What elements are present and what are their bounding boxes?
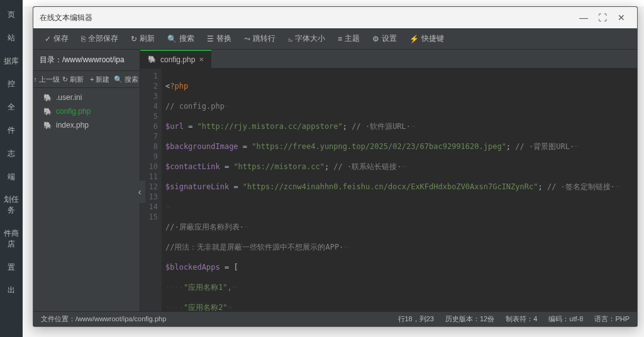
up-button[interactable]: ↑ 上一级 [33, 75, 60, 84]
nav-item[interactable]: 置 [0, 256, 23, 279]
php-file-icon: 🐘 [148, 55, 157, 64]
collapse-sidebar-icon[interactable]: ‹ [134, 180, 145, 203]
code-editor[interactable]: 123456789101112131415 <?php // config.ph… [140, 69, 637, 311]
status-rowcol: 行18，列23 [398, 314, 434, 324]
replace-button[interactable]: ☰替换 [201, 33, 238, 44]
nav-item[interactable]: 件 [0, 119, 23, 142]
theme-icon: ≡ [338, 35, 342, 43]
file-item[interactable]: 🐘config.php [33, 104, 140, 118]
titlebar: 在线文本编辑器 — ⛶ ✕ [33, 7, 637, 28]
lightning-icon: ⚡ [409, 35, 419, 43]
fontsize-button[interactable]: ⎁字体大小 [282, 33, 331, 44]
nav-item[interactable]: 端 [0, 165, 23, 189]
top-strip [23, 0, 644, 6]
editor-window: 在线文本编辑器 — ⛶ ✕ ✓保存 ⎘全部保存 ↻刷新 🔍搜索 ☰替换 ⤳跳转行… [33, 6, 638, 327]
refresh-button[interactable]: ↻刷新 [125, 33, 161, 44]
toolbar: ✓保存 ⎘全部保存 ↻刷新 🔍搜索 ☰替换 ⤳跳转行 ⎁字体大小 ≡主题 ⚙设置… [33, 28, 637, 50]
code-content[interactable]: <?php // config.php¬ $url = "http://rjy.… [162, 69, 637, 311]
code-main: ‹ 🐘 config.php × 123456789101112131415 <… [140, 50, 637, 311]
file-list: 🐘.user.ini🐘config.php🐘index.php [33, 88, 140, 311]
check-icon: ✓ [45, 35, 51, 43]
settings-button[interactable]: ⚙设置 [366, 33, 403, 44]
file-item[interactable]: 🐘index.php [33, 118, 140, 132]
tab-label: config.php [160, 55, 195, 64]
status-language[interactable]: 语言：PHP [594, 314, 630, 324]
new-button[interactable]: + 新建 [87, 75, 113, 84]
file-name: config.php [56, 107, 91, 116]
statusbar: 文件位置：/www/wwwroot/ipa/config.php 行18，列23… [33, 311, 637, 326]
file-icon: 🐘 [43, 121, 52, 130]
gear-icon: ⚙ [372, 35, 379, 43]
file-icon: 🐘 [43, 93, 52, 102]
editor-body: 目录：/www/wwwroot/ipa ↑ 上一级 ↻ 刷新 + 新建 🔍 搜索… [33, 50, 637, 311]
tab-close-icon[interactable]: × [199, 55, 204, 64]
nav-item[interactable]: 出 [0, 279, 23, 302]
tab-bar: 🐘 config.php × [140, 50, 637, 69]
nav-item[interactable]: 划任务 [0, 188, 23, 222]
sidebar-refresh-button[interactable]: ↻ 刷新 [60, 75, 86, 84]
theme-button[interactable]: ≡主题 [331, 33, 366, 44]
jump-button[interactable]: ⤳跳转行 [238, 33, 282, 44]
app-sidebar: 页站据库控全件志端划任务件商店置出 [0, 0, 23, 337]
sidebar-search-button[interactable]: 🔍 搜索 [113, 75, 140, 84]
nav-item[interactable]: 志 [0, 142, 23, 165]
saveall-button[interactable]: ⎘全部保存 [75, 33, 125, 44]
font-icon: ⎁ [288, 35, 292, 43]
nav-item[interactable]: 站 [0, 26, 23, 50]
refresh-icon: ↻ [131, 35, 137, 43]
status-encoding[interactable]: 编码：utf-8 [548, 314, 583, 324]
maximize-icon[interactable]: ⛶ [593, 13, 612, 23]
minimize-icon[interactable]: — [574, 13, 593, 23]
file-icon: 🐘 [43, 107, 52, 116]
close-icon[interactable]: ✕ [612, 13, 631, 23]
nav-item[interactable]: 全 [0, 96, 23, 119]
tab-config-php[interactable]: 🐘 config.php × [140, 50, 211, 68]
search-button[interactable]: 🔍搜索 [161, 33, 201, 44]
file-item[interactable]: 🐘.user.ini [33, 91, 140, 104]
search-icon: 🔍 [167, 35, 177, 43]
file-sidebar: 目录：/www/wwwroot/ipa ↑ 上一级 ↻ 刷新 + 新建 🔍 搜索… [33, 50, 140, 311]
status-filepath: 文件位置：/www/wwwroot/ipa/config.php [41, 314, 398, 324]
nav-item[interactable]: 件商店 [0, 222, 23, 256]
replace-icon: ☰ [207, 35, 214, 43]
window-title: 在线文本编辑器 [40, 13, 574, 23]
file-name: index.php [56, 121, 89, 130]
status-history[interactable]: 历史版本：12份 [445, 314, 494, 324]
status-tab[interactable]: 制表符：4 [506, 314, 537, 324]
shortcut-button[interactable]: ⚡快捷键 [403, 33, 450, 44]
save-button[interactable]: ✓保存 [38, 33, 75, 44]
nav-item[interactable]: 据库 [0, 50, 23, 73]
nav-item[interactable]: 页 [0, 3, 23, 26]
save-icon: ⎘ [81, 35, 86, 43]
nav-item[interactable]: 控 [0, 72, 23, 96]
file-name: .user.ini [56, 93, 82, 102]
sidebar-tools: ↑ 上一级 ↻ 刷新 + 新建 🔍 搜索 [33, 70, 140, 88]
directory-path: 目录：/www/wwwroot/ipa [33, 50, 140, 70]
jump-icon: ⤳ [244, 35, 250, 43]
